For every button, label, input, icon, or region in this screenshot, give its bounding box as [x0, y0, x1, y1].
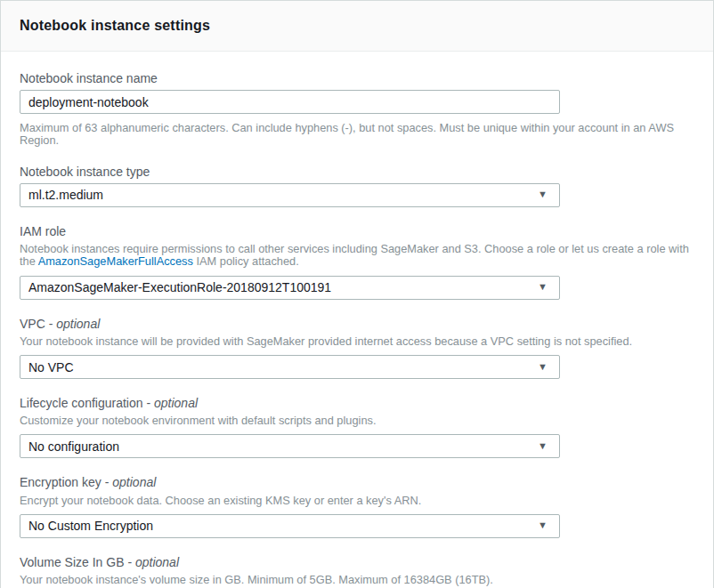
iam-role-label: IAM role — [20, 224, 694, 238]
optional-tag: optional — [135, 555, 179, 569]
selected-value: AmazonSageMaker-ExecutionRole-20180912T1… — [28, 280, 331, 294]
field-iam-role: IAM role Notebook instances require perm… — [20, 224, 694, 300]
label-text: Notebook instance name — [20, 71, 158, 85]
label-separator: - — [125, 555, 135, 569]
selected-value: No Custom Encryption — [28, 519, 153, 533]
card-header: Notebook instance settings — [1, 1, 713, 52]
notebook-instance-type-select[interactable]: ml.t2.medium ▼ — [20, 183, 560, 207]
notebook-instance-name-help: Maximum of 63 alphanumeric characters. C… — [20, 122, 694, 148]
notebook-instance-type-label: Notebook instance type — [20, 165, 694, 179]
label-text: Notebook instance type — [20, 165, 150, 179]
selected-value: No configuration — [28, 439, 119, 454]
caret-down-icon: ▼ — [538, 441, 548, 451]
field-notebook-instance-type: Notebook instance type ml.t2.medium ▼ — [20, 165, 694, 207]
field-notebook-instance-name: Notebook instance name Maximum of 63 alp… — [20, 71, 694, 148]
lifecycle-configuration-help: Customize your notebook environment with… — [20, 415, 694, 427]
field-volume-size: Volume Size In GB - optional Your notebo… — [20, 555, 694, 588]
encryption-key-help: Encrypt your notebook data. Choose an ex… — [20, 495, 694, 507]
optional-tag: optional — [154, 396, 198, 410]
iam-role-select[interactable]: AmazonSageMaker-ExecutionRole-20180912T1… — [20, 276, 560, 300]
volume-size-help: Your notebook instance's volume size in … — [20, 574, 694, 586]
label-separator: - — [143, 396, 154, 410]
encryption-key-label: Encryption key - optional — [20, 475, 694, 489]
caret-down-icon: ▼ — [538, 282, 548, 292]
label-text: Encryption key — [20, 475, 101, 489]
caret-down-icon: ▼ — [538, 190, 548, 200]
iam-role-help: Notebook instances require permissions t… — [20, 243, 694, 269]
vpc-help: Your notebook instance will be provided … — [20, 335, 694, 348]
caret-down-icon: ▼ — [538, 521, 548, 531]
sagemaker-full-access-link[interactable]: AmazonSageMakerFullAccess — [38, 254, 193, 268]
selected-value: ml.t2.medium — [28, 188, 103, 202]
volume-size-label: Volume Size In GB - optional — [20, 555, 694, 569]
label-separator: - — [101, 475, 112, 489]
optional-tag: optional — [56, 317, 100, 331]
notebook-instance-name-label: Notebook instance name — [20, 71, 694, 85]
notebook-instance-name-input[interactable] — [20, 90, 560, 114]
label-separator: - — [45, 317, 56, 331]
card-content: Notebook instance name Maximum of 63 alp… — [1, 52, 713, 588]
lifecycle-configuration-select[interactable]: No configuration ▼ — [20, 434, 560, 458]
field-encryption-key: Encryption key - optional Encrypt your n… — [20, 475, 694, 537]
vpc-label: VPC - optional — [20, 317, 694, 331]
selected-value: No VPC — [28, 360, 74, 375]
page-title: Notebook instance settings — [20, 18, 694, 34]
label-text: IAM role — [20, 224, 66, 238]
label-text: VPC — [20, 317, 45, 331]
field-vpc: VPC - optional Your notebook instance wi… — [20, 317, 694, 379]
notebook-instance-settings-card: Notebook instance settings Notebook inst… — [0, 0, 714, 588]
help-text: IAM policy attached. — [193, 254, 299, 268]
caret-down-icon: ▼ — [538, 362, 548, 372]
label-text: Lifecycle configuration — [20, 396, 143, 410]
field-lifecycle-configuration: Lifecycle configuration - optional Custo… — [20, 396, 694, 458]
lifecycle-configuration-label: Lifecycle configuration - optional — [20, 396, 694, 410]
vpc-select[interactable]: No VPC ▼ — [20, 355, 560, 379]
optional-tag: optional — [112, 475, 156, 489]
encryption-key-select[interactable]: No Custom Encryption ▼ — [20, 514, 560, 538]
label-text: Volume Size In GB — [20, 555, 125, 569]
